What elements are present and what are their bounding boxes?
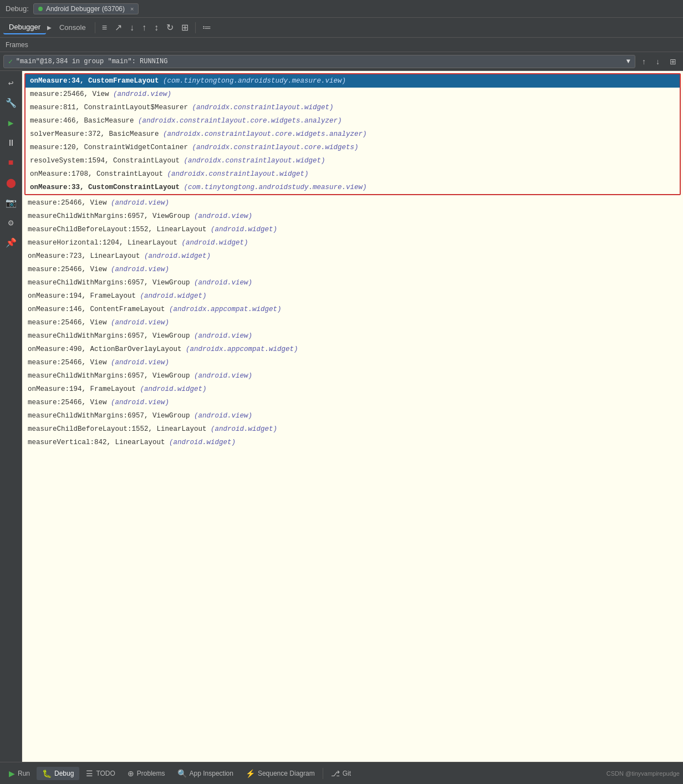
frame-package-3: (androidx.constraintlayout.widget)	[192, 104, 334, 111]
debug-tab[interactable]: 🐛 Debug	[37, 767, 79, 780]
todo-icon: ☰	[86, 769, 93, 778]
run-tab[interactable]: ▶ Run	[3, 767, 35, 780]
frames-header: Frames	[0, 38, 683, 52]
toolbar-separator-2	[195, 22, 196, 33]
frames-label: Frames	[6, 41, 28, 49]
sidebar-pin-icon[interactable]: 📌	[2, 234, 20, 252]
bottom-toolbar: ▶ Run 🐛 Debug ☰ TODO ⊕ Problems 🔍 App In…	[0, 762, 683, 784]
stack-frame-11[interactable]: measureChildWithMargins:6957, ViewGroup …	[22, 210, 683, 223]
stack-frame-26[interactable]: measureChildWithMargins:6957, ViewGroup …	[22, 409, 683, 422]
thread-text: "main"@18,384 in group "main": RUNNING	[16, 58, 168, 65]
android-debugger-tab[interactable]: Android Debugger (63706) ×	[33, 3, 139, 14]
frame-text-6: measure:120, ConstraintWidgetContainer	[30, 144, 192, 151]
thread-down-btn[interactable]: ↓	[653, 55, 663, 68]
stack-frame-8[interactable]: onMeasure:1708, ConstraintLayout (androi…	[26, 167, 680, 181]
sidebar-icons: ↩ 🔧 ▶ ⏸ ■ ⬤ 📷 ⚙ 📌	[0, 71, 22, 762]
git-icon: ⎇	[331, 769, 340, 778]
thread-up-btn[interactable]: ↑	[639, 55, 649, 68]
toolbar-separator-1	[95, 22, 95, 33]
frame-text-9: onMeasure:33, CustomConstraintLayout	[30, 184, 184, 191]
stack-trace-area[interactable]: onMeasure:34, CustomFrameLayout (com.tin…	[22, 71, 683, 762]
run-icon: ▶	[9, 769, 15, 778]
problems-tab-label: Problems	[137, 770, 165, 777]
stack-frame-4[interactable]: measure:466, BasicMeasure (androidx.cons…	[26, 114, 680, 128]
sidebar-pause-icon[interactable]: ⏸	[2, 134, 20, 152]
stack-frame-9[interactable]: onMeasure:33, CustomConstraintLayout (co…	[26, 181, 680, 194]
todo-tab[interactable]: ☰ TODO	[80, 767, 120, 780]
watermark: CSDN @tinyvampirepudge	[606, 770, 680, 777]
problems-icon: ⊕	[128, 769, 134, 778]
threads-icon-btn[interactable]: ≔	[199, 20, 215, 35]
frame-text-1: onMeasure:34, CustomFrameLayout	[30, 77, 163, 85]
stack-frame-selected[interactable]: onMeasure:34, CustomFrameLayout (com.tin…	[26, 74, 680, 88]
step-over-icon-btn[interactable]: ↓	[126, 21, 137, 35]
frame-text-3: measure:811, ConstraintLayout$Measurer	[30, 104, 192, 111]
green-dot-icon	[38, 7, 43, 11]
stack-frame-20[interactable]: measureChildWithMargins:6957, ViewGroup …	[22, 329, 683, 343]
stack-frame-14[interactable]: onMeasure:723, LinearLayout (android.wid…	[22, 250, 683, 263]
sidebar-tool-icon[interactable]: 🔧	[2, 94, 20, 112]
rerun-icon-btn[interactable]: ↻	[163, 20, 177, 35]
stack-frame-13[interactable]: measureHorizontal:1204, LinearLayout (an…	[22, 236, 683, 250]
app-inspection-tab-label: App Inspection	[190, 770, 233, 777]
step-into-icon-btn[interactable]: ↑	[139, 21, 150, 35]
git-tab[interactable]: ⎇ Git	[325, 767, 356, 780]
sidebar-restore-icon[interactable]: ↩	[2, 74, 20, 92]
console-tab-btn[interactable]: Console	[54, 21, 91, 34]
debug-label: Debug:	[6, 4, 29, 13]
frame-text-2: measure:25466, View	[30, 90, 113, 98]
sidebar-camera-icon[interactable]: 📷	[2, 194, 20, 212]
stack-frame-18[interactable]: onMeasure:146, ContentFrameLayout (andro…	[22, 303, 683, 316]
stack-frame-6[interactable]: measure:120, ConstraintWidgetContainer (…	[26, 141, 680, 154]
stack-frame-27[interactable]: measureChildBeforeLayout:1552, LinearLay…	[22, 422, 683, 436]
stack-frame-25[interactable]: measure:25466, View (android.view)	[22, 396, 683, 409]
frame-text-4: measure:466, BasicMeasure	[30, 117, 138, 125]
app-inspection-icon: 🔍	[177, 769, 187, 778]
sidebar-stop-icon[interactable]: ■	[2, 154, 20, 172]
sequence-diagram-icon: ⚡	[246, 769, 255, 778]
stack-frame-24[interactable]: onMeasure:194, FrameLayout (android.widg…	[22, 383, 683, 396]
debug-tab-label: Debug	[54, 770, 74, 777]
layout-icon-btn[interactable]: ≡	[99, 21, 110, 35]
stack-frame-15[interactable]: measure:25466, View (android.view)	[22, 263, 683, 276]
frame-package-4: (androidx.constraintlayout.core.widgets.…	[138, 117, 342, 125]
highlighted-frame-group: onMeasure:34, CustomFrameLayout (com.tin…	[24, 73, 681, 195]
sequence-diagram-tab[interactable]: ⚡ Sequence Diagram	[240, 767, 320, 780]
close-tab-icon[interactable]: ×	[130, 6, 134, 12]
run-tab-label: Run	[18, 770, 30, 777]
sidebar-run-icon[interactable]: ▶	[2, 114, 20, 132]
stack-frame-3[interactable]: measure:811, ConstraintLayout$Measurer (…	[26, 101, 680, 114]
stack-frame-28[interactable]: measureVertical:842, LinearLayout (andro…	[22, 436, 683, 449]
bottom-separator	[323, 768, 323, 779]
debug-toolbar: Debugger ▶ Console ≡ ↗ ↓ ↑ ↕ ↻ ⊞ ≔	[0, 18, 683, 38]
restore-icon-btn[interactable]: ↗	[111, 20, 125, 35]
stack-frame-16[interactable]: measureChildWithMargins:6957, ViewGroup …	[22, 276, 683, 289]
checkmark-icon: ✓	[8, 57, 13, 66]
thread-filter-btn[interactable]: ⊞	[666, 55, 680, 68]
stack-frame-17[interactable]: onMeasure:194, FrameLayout (android.widg…	[22, 289, 683, 303]
frame-package-5: (androidx.constraintlayout.core.widgets.…	[163, 130, 367, 138]
problems-tab[interactable]: ⊕ Problems	[122, 767, 171, 780]
stack-frame-12[interactable]: measureChildBeforeLayout:1552, LinearLay…	[22, 223, 683, 236]
frame-package-9: (com.tinytongtong.androidstudy.measure.v…	[184, 184, 367, 191]
sidebar-settings-icon[interactable]: ⚙	[2, 214, 20, 232]
thread-dropdown[interactable]: ✓ "main"@18,384 in group "main": RUNNING…	[3, 55, 635, 68]
main-area: ↩ 🔧 ▶ ⏸ ■ ⬤ 📷 ⚙ 📌 onMeasure:34, CustomFr…	[0, 71, 683, 762]
stack-frame-5[interactable]: solverMeasure:372, BasicMeasure (android…	[26, 128, 680, 141]
stack-frame-21[interactable]: onMeasure:490, ActionBarOverlayLayout (a…	[22, 343, 683, 356]
step-out-icon-btn[interactable]: ↕	[151, 21, 162, 35]
sidebar-breakpoint-icon[interactable]: ⬤	[2, 174, 20, 192]
frame-text-5: solverMeasure:372, BasicMeasure	[30, 130, 163, 138]
stack-frame-19[interactable]: measure:25466, View (android.view)	[22, 316, 683, 329]
title-bar: Debug: Android Debugger (63706) ×	[0, 0, 683, 18]
stack-frame-22[interactable]: measure:25466, View (android.view)	[22, 356, 683, 369]
debugger-tab-btn[interactable]: Debugger	[3, 21, 46, 34]
evaluate-icon-btn[interactable]: ⊞	[178, 20, 192, 35]
stack-frame-23[interactable]: measureChildWithMargins:6957, ViewGroup …	[22, 369, 683, 383]
stack-frame-7[interactable]: resolveSystem:1594, ConstraintLayout (an…	[26, 154, 680, 167]
stack-frame-2[interactable]: measure:25466, View (android.view)	[26, 88, 680, 101]
stack-frame-10[interactable]: measure:25466, View (android.view)	[22, 196, 683, 210]
todo-tab-label: TODO	[96, 770, 115, 777]
thread-selector: ✓ "main"@18,384 in group "main": RUNNING…	[0, 52, 683, 71]
app-inspection-tab[interactable]: 🔍 App Inspection	[172, 767, 239, 780]
